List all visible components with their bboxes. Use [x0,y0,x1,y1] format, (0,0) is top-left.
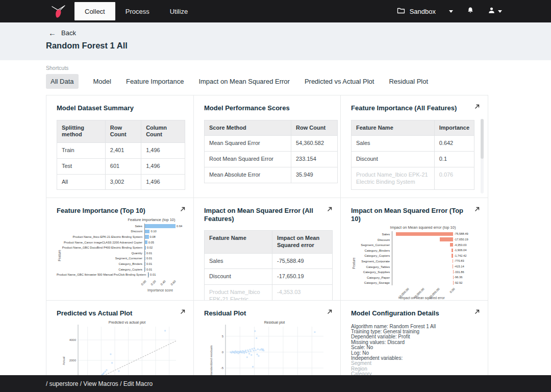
value-label: 0.01 [146,252,152,255]
col-header: Feature Name [352,120,435,136]
card-impact-mse-top10: Impact on Mean Squared Error (Top 10) Im… [341,198,488,301]
category-label: Sales [57,225,144,228]
bar-row: Category_Copiers-1,742.42 [351,253,480,259]
chevron-down-icon[interactable] [449,10,453,13]
breadcrumb[interactable]: / superstore / View Macros / Edit Macro [46,380,153,387]
shortcut-residual-plot[interactable]: Residual Plot [389,74,428,89]
expand-arrow-icon[interactable] [473,103,481,112]
bar-track: -96.36 [392,275,453,280]
category-label: Category_Supplies [351,270,392,274]
bar [440,237,453,241]
table-row: Sales 0.642 [352,136,474,152]
table-row: Discount -17,650.19 [205,269,333,285]
card-feature-importance-all: Feature Importance (All Features) Featur… [341,95,488,198]
svg-text:Predicted vs actual plot: Predicted vs actual plot [109,321,145,325]
category-label: Segment_Corporate [351,259,392,263]
bar-track: -75,588.49 [392,231,453,237]
bar [145,246,146,250]
bar-row: Category_Copiers0.01 [57,266,185,272]
bar-row: Category_Storage-92.92 [351,280,480,286]
shortcut-feature-importance[interactable]: Feature Importance [126,74,184,89]
bar-track: -770.83 [392,258,453,264]
value-label: 0.05 [148,241,154,244]
workspace-selector[interactable]: Sandbox [397,7,436,16]
category-label: Product Name_GBC Ibimaster 500 Manual Pr… [57,273,148,276]
table-row: Product Name_Ibico EPK-21 Electric Bindi… [205,285,333,301]
value-label: -96.36 [454,276,462,279]
bar-row: Segment_Consumer-4,353.03 [351,242,480,248]
svg-text:4000: 4000 [69,338,77,341]
bar-track: 0.01 [148,272,176,278]
table-scrollbar[interactable] [481,119,484,193]
card-title: Residual Plot [204,309,332,317]
expand-arrow-icon[interactable] [326,308,333,317]
expand-arrow-icon[interactable] [473,308,481,317]
category-label: Category_Binders [351,249,392,252]
shortcut-impact-mse[interactable]: Impact on Mean Squared Error [198,74,289,89]
value-label: -75,588.49 [454,232,468,235]
bar [145,257,145,260]
nav-tab-process[interactable]: Process [115,0,160,22]
bar-track: 0.01 [144,256,176,261]
value-label: -1,742.42 [454,254,467,257]
category-label: Product Name_GBC DocuBind P400 Electric … [57,246,144,249]
category-label: Product Name_Canon imageCLASS 2200 Advan… [57,241,144,244]
x-tick-label: 0.60 [170,280,177,286]
bar-row: Discount-17,650.19 [351,237,480,242]
bar-row: Product Name_GBC Ibimaster 500 Manual Pr… [57,272,185,278]
value-label: 0.01 [146,257,152,260]
chevron-down-icon [498,10,502,13]
expand-arrow-icon[interactable] [473,206,481,215]
card-title: Model Configuration Details [351,309,480,317]
col-header: Importance [434,120,474,136]
expand-arrow-icon[interactable] [179,308,186,317]
back-button[interactable]: ← Back [48,29,84,37]
notifications-button[interactable] [467,7,474,16]
shortcut-model[interactable]: Model [93,74,111,89]
bar-track: 0.01 [144,266,176,272]
shortcut-predicted-vs-actual[interactable]: Predicted vs Actual Plot [305,74,374,89]
bar-track: 0.64 [144,224,176,229]
category-label: Category_Paper [351,276,392,279]
topbar-right: Sandbox [397,7,551,16]
category-label: Quantity [57,252,144,255]
bar-row: Category_Binders0.01 [57,261,185,267]
bar-track: -1,742.42 [392,253,453,259]
col-header: Splitting method [57,120,106,143]
expand-arrow-icon[interactable] [326,206,333,215]
value-label: -92.92 [454,281,462,284]
bar-row: Product Name_Canon imageCLASS 2200 Advan… [57,239,185,245]
folder-icon [397,7,405,16]
value-label: 0.10 [151,230,156,233]
category-label: Category_Copiers [351,254,392,257]
bar [453,264,453,268]
nav-tab-collect[interactable]: Collect [74,2,115,20]
value-label: 0.08 [150,235,156,238]
bar-track: 0.01 [144,261,176,267]
bar-row: Category_Binders-1,906.04 [351,248,480,253]
category-label: Product Name_Ibico EPK-21 Electric Bindi… [57,235,144,238]
bar [452,254,453,257]
x-tick-label: 0.00 [141,280,147,286]
expand-arrow-icon[interactable] [179,206,186,215]
page-header: ← Back Random Forest 1 All [0,22,551,60]
impact-mse-table: Feature Name Impact on Mean Squared erro… [204,230,333,301]
scatter-points [230,330,316,368]
nav-tab-utilize[interactable]: Utilize [160,0,198,22]
account-menu-button[interactable] [488,7,502,16]
bar-track: 0.08 [144,234,176,240]
category-label: Discount [351,238,392,241]
shortcut-all-data[interactable]: All Data [46,74,79,89]
card-title: Impact on Mean Squared Error (Top 10) [351,207,480,223]
table-row: Product Name_Ibico EPK-21 Electric Bindi… [352,167,474,190]
card-title: Impact on Mean Squared Error (All Featur… [204,207,332,223]
x-tick-label: 0.40 [160,280,167,286]
col-header: Column Count [141,120,185,143]
card-feature-importance-top10: Feature Importance (Top 10) Feature impo… [46,198,194,301]
hummingbird-logo-icon[interactable] [49,4,66,19]
card-model-dataset-summary: Model Dataset Summary Splitting method R… [46,95,194,198]
main-content: Shortcuts All Data Model Feature Importa… [0,60,551,392]
bell-icon [467,7,474,16]
table-row: Discount 0.1 [352,152,474,167]
bar-row: Product Name_Ibico EPK-21 Electric Bindi… [57,234,185,240]
